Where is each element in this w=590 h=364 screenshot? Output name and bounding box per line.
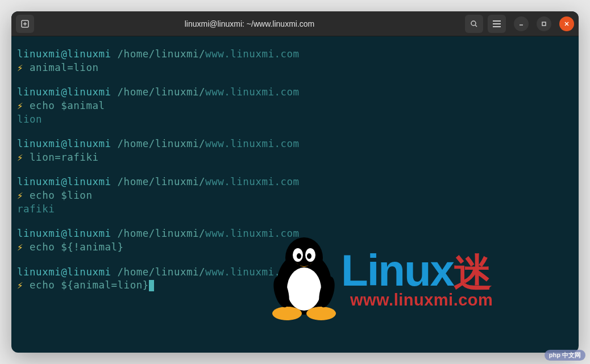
svg-point-16 <box>272 307 302 320</box>
new-tab-icon <box>21 20 29 28</box>
terminal-window: linuxmi@linuxmi: ~/www.linuxmi.com <box>11 11 579 353</box>
window-title: linuxmi@linuxmi: ~/www.linuxmi.com <box>34 19 465 28</box>
close-icon <box>564 21 570 27</box>
new-tab-button[interactable] <box>16 15 34 33</box>
prompt-path-line: linuxmi@linuxmi /home/linuxmi/www.linuxm… <box>17 48 573 61</box>
command-line: ⚡ echo ${animal=lion} <box>17 279 573 292</box>
titlebar-right <box>465 15 574 33</box>
prompt-path-line: linuxmi@linuxmi /home/linuxmi/www.linuxm… <box>17 86 573 99</box>
prompt-path-line: linuxmi@linuxmi /home/linuxmi/www.linuxm… <box>17 175 573 189</box>
svg-line-4 <box>475 25 477 27</box>
command-output: lion <box>17 113 573 127</box>
maximize-button[interactable] <box>537 16 551 31</box>
command-line: ⚡ echo $animal <box>17 99 573 113</box>
search-icon <box>470 20 478 28</box>
hamburger-icon <box>493 20 501 27</box>
minimize-icon <box>518 21 524 27</box>
command-block: linuxmi@linuxmi /home/linuxmi/www.linuxm… <box>17 175 573 216</box>
command-block: linuxmi@linuxmi /home/linuxmi/www.linuxm… <box>17 227 573 254</box>
svg-rect-6 <box>542 22 546 26</box>
cursor <box>149 280 154 291</box>
svg-point-17 <box>306 307 336 320</box>
prompt-path-line: linuxmi@linuxmi /home/linuxmi/www.linuxm… <box>17 266 573 279</box>
titlebar: linuxmi@linuxmi: ~/www.linuxmi.com <box>11 11 579 36</box>
php-badge: php 中文网 <box>545 350 585 361</box>
command-block: linuxmi@linuxmi /home/linuxmi/www.linuxm… <box>17 86 573 126</box>
menu-button[interactable] <box>488 15 506 33</box>
terminal-content[interactable]: linuxmi@linuxmi /home/linuxmi/www.linuxm… <box>11 36 579 298</box>
minimize-button[interactable] <box>514 16 529 31</box>
prompt-path-line: linuxmi@linuxmi /home/linuxmi/www.linuxm… <box>17 137 573 151</box>
watermark-url: www.linuxmi.com <box>350 289 493 311</box>
maximize-icon <box>541 21 547 27</box>
command-line: ⚡ echo ${!animal} <box>17 241 573 254</box>
search-button[interactable] <box>465 15 483 33</box>
command-output: rafiki <box>17 203 573 216</box>
prompt-path-line: linuxmi@linuxmi /home/linuxmi/www.linuxm… <box>17 227 573 241</box>
command-block: linuxmi@linuxmi /home/linuxmi/www.linuxm… <box>17 48 573 74</box>
command-line: ⚡ lion=rafiki <box>17 151 573 165</box>
command-block: linuxmi@linuxmi /home/linuxmi/www.linuxm… <box>17 266 573 292</box>
command-line: ⚡ echo $lion <box>17 189 573 203</box>
command-line: ⚡ animal=lion <box>17 61 573 75</box>
close-button[interactable] <box>559 16 574 31</box>
command-block: linuxmi@linuxmi /home/linuxmi/www.linuxm… <box>17 137 573 164</box>
svg-point-3 <box>471 21 476 26</box>
